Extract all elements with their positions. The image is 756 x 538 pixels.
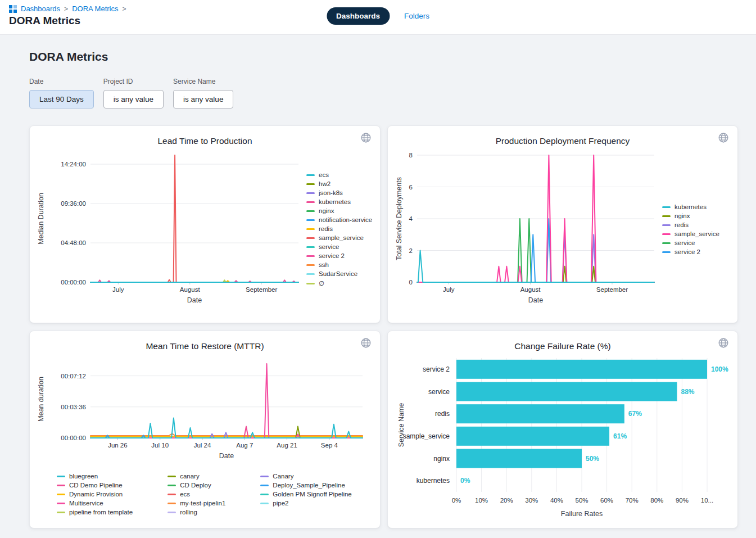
- svg-text:Jun 26: Jun 26: [108, 442, 128, 449]
- svg-text:100%: 100%: [711, 365, 728, 373]
- legend-item[interactable]: Dynamic Provision: [57, 491, 133, 498]
- svg-text:Mean duration: Mean duration: [37, 377, 45, 422]
- filter-project-id: Project ID is any value: [103, 78, 164, 108]
- svg-text:70%: 70%: [626, 497, 639, 504]
- legend-item[interactable]: hw2: [306, 180, 372, 187]
- legend-item[interactable]: ssh: [306, 261, 372, 268]
- legend-label: redis: [674, 221, 689, 228]
- legend-swatch: [306, 264, 315, 266]
- legend-item[interactable]: canary: [168, 473, 225, 480]
- filter-date: Date Last 90 Days: [29, 78, 94, 108]
- legend-item[interactable]: Canary: [260, 473, 351, 480]
- tile-production-deployment-frequency: Production Deployment Frequency 02468Jul…: [387, 125, 738, 323]
- legend-swatch: [168, 512, 176, 513]
- view-tabs: Dashboards Folders: [327, 7, 429, 25]
- legend-item[interactable]: ∅: [306, 279, 372, 287]
- legend-label: service: [319, 243, 339, 250]
- legend-item[interactable]: nginx: [306, 207, 372, 214]
- legend-item[interactable]: sample_service: [662, 230, 719, 237]
- legend-item[interactable]: service: [306, 243, 372, 250]
- breadcrumb-link-dashboards[interactable]: Dashboards: [21, 4, 60, 13]
- legend-label: Dynamic Provision: [69, 491, 123, 498]
- legend-item[interactable]: nginx: [662, 213, 719, 219]
- legend-item[interactable]: service 2: [662, 248, 719, 255]
- legend-item[interactable]: service 2: [306, 252, 372, 259]
- legend-item[interactable]: json-k8s: [306, 189, 372, 196]
- legend-label: Canary: [273, 473, 293, 480]
- legend-label: CD Demo Pipeline: [69, 482, 123, 489]
- legend-item[interactable]: notification-service: [306, 216, 372, 223]
- legend-swatch: [57, 485, 65, 486]
- legend-swatch: [662, 224, 671, 226]
- legend-item[interactable]: CD Demo Pipeline: [57, 482, 133, 489]
- legend-item[interactable]: kubernetes: [662, 204, 719, 210]
- tab-dashboards[interactable]: Dashboards: [327, 7, 390, 25]
- legend-item[interactable]: Multiservice: [57, 500, 133, 507]
- svg-text:Sep 4: Sep 4: [321, 442, 338, 449]
- svg-text:Failure Rates: Failure Rates: [561, 510, 603, 518]
- globe-icon[interactable]: [717, 132, 730, 146]
- svg-text:Jul 24: Jul 24: [194, 442, 211, 449]
- svg-text:nginx: nginx: [433, 455, 450, 463]
- svg-text:20%: 20%: [500, 497, 513, 504]
- legend-label: ecs: [180, 491, 190, 498]
- legend-label: my-test-pipelin1: [180, 500, 225, 507]
- dashboards-grid-icon: [9, 5, 17, 13]
- legend-item[interactable]: Golden PM Signoff Pipeline: [260, 491, 351, 498]
- legend-swatch: [260, 476, 269, 477]
- svg-text:September: September: [246, 286, 277, 293]
- legend-label: sample_service: [674, 230, 719, 237]
- svg-text:Date: Date: [187, 296, 202, 304]
- globe-icon[interactable]: [360, 337, 372, 351]
- legend-item[interactable]: service: [662, 239, 719, 246]
- legend-label: json-k8s: [319, 189, 343, 196]
- legend-label: CD Deploy: [180, 482, 211, 489]
- legend-swatch: [260, 485, 269, 486]
- legend-swatch: [260, 503, 269, 504]
- legend-label: ssh: [319, 261, 329, 268]
- svg-text:30%: 30%: [525, 497, 538, 504]
- legend-item[interactable]: pipe2: [260, 500, 351, 507]
- legend-label: pipe2: [273, 500, 288, 507]
- legend-label: hw2: [319, 180, 331, 187]
- svg-text:67%: 67%: [628, 410, 642, 418]
- legend-item[interactable]: rolling: [168, 509, 225, 516]
- legend-item[interactable]: bluegreen: [57, 473, 133, 480]
- legend-swatch: [57, 512, 65, 513]
- svg-text:00:07:12: 00:07:12: [61, 373, 86, 379]
- svg-text:04:48:00: 04:48:00: [61, 239, 86, 246]
- filter-project-id-value-button[interactable]: is any value: [103, 90, 164, 108]
- legend-item[interactable]: CD Deploy: [168, 482, 225, 489]
- filter-service-name-value-button[interactable]: is any value: [173, 90, 233, 108]
- legend-label: Multiservice: [69, 500, 103, 507]
- legend-item[interactable]: ecs: [168, 491, 225, 498]
- legend-swatch: [306, 219, 315, 221]
- svg-text:Date: Date: [528, 296, 543, 304]
- svg-text:July: July: [443, 286, 455, 293]
- legend-item[interactable]: Deploy_Sample_Pipeline: [260, 482, 351, 489]
- legend-item[interactable]: kubernetes: [306, 198, 372, 205]
- filter-service-name: Service Name is any value: [173, 78, 233, 108]
- tab-folders[interactable]: Folders: [404, 12, 429, 20]
- legend-swatch: [306, 183, 315, 185]
- globe-icon[interactable]: [717, 337, 730, 351]
- svg-text:14:24:00: 14:24:00: [61, 161, 86, 168]
- deployment-frequency-chart: 02468JulyAugustSeptemberDateTotal Servic…: [395, 147, 659, 311]
- filter-date-value-button[interactable]: Last 90 Days: [29, 90, 94, 108]
- legend-item[interactable]: sample_service: [306, 234, 372, 241]
- legend-item[interactable]: ecs: [306, 171, 372, 178]
- legend-item[interactable]: redis: [662, 221, 719, 228]
- legend-item[interactable]: pipeline from template: [57, 509, 133, 516]
- svg-text:00:00:00: 00:00:00: [61, 279, 86, 286]
- svg-text:50%: 50%: [586, 455, 599, 463]
- tile-lead-time-to-production: Lead Time to Production 00:00:0004:48:00…: [29, 125, 381, 323]
- legend-label: notification-service: [319, 216, 372, 223]
- legend-item[interactable]: my-test-pipelin1: [168, 500, 225, 507]
- breadcrumb-link-dora-metrics[interactable]: DORA Metrics: [72, 4, 118, 13]
- svg-text:September: September: [596, 286, 628, 293]
- svg-text:Date: Date: [219, 452, 234, 460]
- svg-text:0%: 0%: [452, 497, 461, 504]
- globe-icon[interactable]: [360, 132, 372, 146]
- legend-item[interactable]: redis: [306, 225, 372, 232]
- legend-item[interactable]: SudarService: [306, 270, 372, 277]
